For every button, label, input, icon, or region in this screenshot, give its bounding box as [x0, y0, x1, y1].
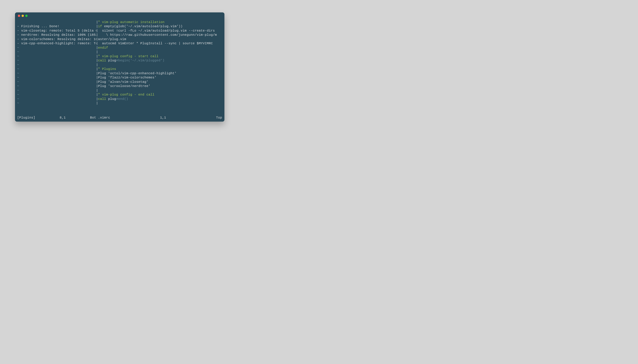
right-pane-line: [98, 88, 222, 93]
buffer-line: ~|endif: [17, 46, 222, 50]
right-pane-line: Plug 'alvan/vim-closetag': [98, 80, 222, 84]
right-pane-line: autocmd VimEnter * PlugInstall --sync | …: [98, 42, 222, 46]
buffer-line: ~|: [17, 50, 222, 54]
right-pane-line: [98, 63, 222, 67]
split-separator: |: [96, 54, 98, 59]
left-pane-line: ~: [17, 101, 96, 106]
split-separator: |: [96, 67, 98, 71]
split-separator: |: [96, 37, 98, 42]
right-pane-line: " vim-plug config - end call: [98, 92, 222, 97]
buffer-line: ~|Plug 'scrooloose/nerdtree': [17, 84, 222, 88]
left-pane-line: - Finishing ... Done!: [17, 24, 96, 29]
right-pane-line: [98, 101, 222, 106]
right-pane-line: aster/plug.vim: [98, 37, 222, 42]
split-separator: |: [96, 29, 98, 33]
left-pane-line: ~: [17, 63, 96, 67]
split-separator: |: [96, 24, 98, 29]
status-left-name: [Plugins]: [17, 116, 36, 120]
left-pane-line: ~: [17, 54, 96, 59]
right-pane-line: " Plugins: [98, 67, 222, 71]
terminal-window: |" vim-plug automatic installation- Fini…: [15, 12, 224, 122]
status-left-pos: 8,1: [60, 116, 66, 120]
titlebar: [15, 12, 224, 19]
left-pane-line: ~: [17, 58, 96, 63]
status-right-scroll: Top: [216, 116, 222, 120]
right-pane-line: \ https://raw.githubusercontent.com/june…: [98, 33, 222, 37]
vim-screen[interactable]: |" vim-plug automatic installation- Fini…: [15, 19, 224, 122]
split-separator: |: [96, 71, 98, 76]
buffer-line: ~|" vim-plug config - end call: [17, 92, 222, 97]
split-separator: |: [96, 46, 98, 50]
right-pane-line: " vim-plug config - start call: [98, 54, 222, 59]
status-left-scroll: Bot: [90, 116, 96, 120]
split-separator: |: [96, 92, 98, 97]
close-icon[interactable]: [18, 15, 20, 17]
right-pane-line: [98, 50, 222, 54]
right-pane-line: Plug 'octol/vim-cpp-enhanced-highlight': [98, 71, 222, 76]
left-pane-line: ~: [17, 97, 96, 101]
left-pane-line: ~: [17, 92, 96, 97]
right-pane-line: call plug#end(): [98, 97, 222, 101]
buffer-line: ~|call plug#end(): [17, 97, 222, 101]
buffer-line: ~|Plug 'octol/vim-cpp-enhanced-highlight…: [17, 71, 222, 76]
left-pane-line: ~: [17, 76, 96, 80]
left-pane-line: ~: [17, 88, 96, 93]
left-pane-line: ~: [17, 50, 96, 54]
right-pane-line: endif: [98, 46, 222, 50]
buffer-line: - nerdtree: Resolving deltas: 100% (185/…: [17, 33, 222, 37]
status-right-pos: 1,1: [160, 116, 166, 120]
split-separator: |: [96, 101, 98, 106]
left-pane-line: ~: [17, 46, 96, 50]
split-separator: |: [96, 20, 98, 24]
buffer-line: - Finishing ... Done!|if empty(glob('~/.…: [17, 24, 222, 29]
left-pane-line: - vim-colorschemes: Resolving deltas: 10: [17, 37, 96, 42]
left-pane-line: ~: [17, 80, 96, 84]
right-pane-line: " vim-plug automatic installation: [98, 20, 222, 24]
split-separator: |: [96, 58, 98, 63]
status-right-name: .vimrc: [98, 116, 110, 120]
buffer-line: - vim-cpp-enhanced-highlight: remote: To…: [17, 42, 222, 46]
buffer-line: ~|" Plugins: [17, 67, 222, 71]
left-pane-line: [17, 20, 96, 24]
buffer-line: ~|" vim-plug config - start call: [17, 54, 222, 59]
buffer-line: |" vim-plug automatic installation: [17, 20, 222, 24]
right-pane-line: if empty(glob('~/.vim/autoload/plug.vim'…: [98, 24, 222, 29]
buffer-line: ~|call plug#begin('~/.vim/plugged'): [17, 58, 222, 63]
buffer-line: ~|: [17, 101, 222, 106]
buffer-line: - vim-colorschemes: Resolving deltas: 10…: [17, 37, 222, 42]
split-separator: |: [96, 50, 98, 54]
buffer-line: ~|Plug 'alvan/vim-closetag': [17, 80, 222, 84]
minimize-icon[interactable]: [22, 15, 24, 17]
split-separator: |: [96, 33, 98, 37]
buffer-line: ~|: [17, 88, 222, 93]
vim-statusline: [Plugins] 8,1 Bot .vimrc 1,1 Top: [17, 115, 222, 120]
split-separator: |: [96, 84, 98, 88]
right-pane-line: Plug 'scrooloose/nerdtree': [98, 84, 222, 88]
split-separator: |: [96, 88, 98, 93]
left-pane-line: ~: [17, 67, 96, 71]
buffer-line: ~|Plug 'flazz/vim-colorschemes': [17, 76, 222, 80]
split-separator: |: [96, 76, 98, 80]
right-pane-line: silent !curl -fLo ~/.vim/autoload/plug.v…: [98, 29, 222, 33]
left-pane-line: - nerdtree: Resolving deltas: 100% (185/: [17, 33, 96, 37]
split-separator: |: [96, 80, 98, 84]
buffer-line: ~|: [17, 63, 222, 67]
left-pane-line: - vim-closetag: remote: Total 5 (delta 0: [17, 29, 96, 33]
split-separator: |: [96, 42, 98, 46]
right-pane-line: call plug#begin('~/.vim/plugged'): [98, 58, 222, 63]
left-pane-line: ~: [17, 71, 96, 76]
left-pane-line: ~: [17, 84, 96, 88]
buffer-line: - vim-closetag: remote: Total 5 (delta 0…: [17, 29, 222, 33]
zoom-icon[interactable]: [25, 15, 28, 17]
split-separator: |: [96, 63, 98, 67]
right-pane-line: Plug 'flazz/vim-colorschemes': [98, 76, 222, 80]
left-pane-line: - vim-cpp-enhanced-highlight: remote: To: [17, 42, 96, 46]
split-separator: |: [96, 97, 98, 101]
